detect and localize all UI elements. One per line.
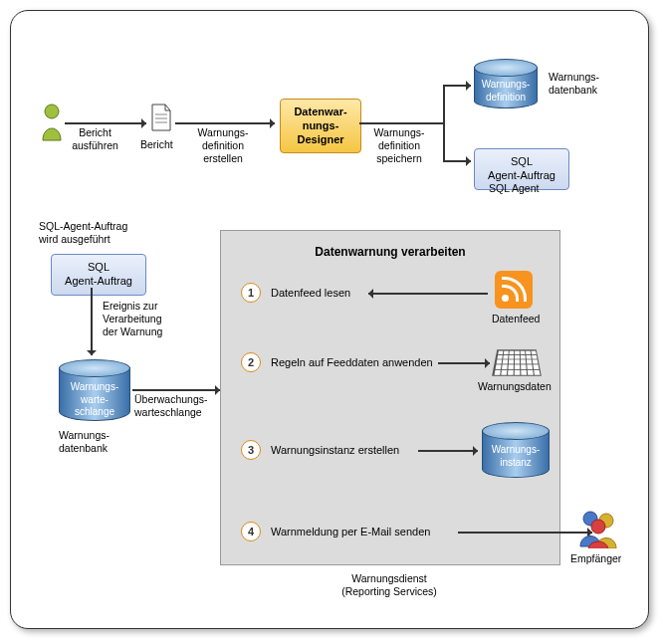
recipients-icon xyxy=(576,509,620,552)
step-2: 2 Regeln auf Feeddaten anwenden xyxy=(241,352,433,372)
save-def-label: Warnungs-definitionspeichern xyxy=(364,126,434,165)
job-runs-label: SQL-Agent-Auftragwird ausgeführt xyxy=(39,220,148,246)
svg-point-0 xyxy=(45,105,59,118)
arrow-to-agent xyxy=(443,160,471,162)
instance-label: Warnungs-instanz xyxy=(482,444,550,469)
alert-data-label: Warnungsdaten xyxy=(478,380,552,393)
run-report-label: Berichtausführen xyxy=(68,126,122,152)
step-4-label: Warnmeldung per E-Mail senden xyxy=(271,526,430,537)
arrow-report-designer xyxy=(175,122,275,124)
arrow-designer-out xyxy=(359,122,444,124)
arrow-queue-panel xyxy=(132,389,220,391)
diagram-canvas: Berichtausführen Bericht Warnungs-defini… xyxy=(10,10,649,629)
process-panel: Datenwarnung verarbeiten 1 Datenfeed les… xyxy=(220,230,560,565)
alert-def-db: Warnungs-definition xyxy=(474,59,538,108)
instance-db: Warnungs-instanz xyxy=(482,422,550,478)
service-label: Warnungsdienst(Reporting Services) xyxy=(305,572,474,598)
arrow-to-alertdef xyxy=(443,85,471,87)
agent-job-label-top: SQLAgent-Auftrag xyxy=(488,155,555,181)
report-icon xyxy=(150,103,172,136)
alert-db-label: Warnungs-datenbank xyxy=(549,71,613,97)
user-icon xyxy=(39,103,65,146)
step-2-label: Regeln auf Feeddaten anwenden xyxy=(271,356,433,368)
arrow-s2 xyxy=(438,362,490,364)
event-label: Ereignis zurVerarbeitungder Warnung xyxy=(103,300,187,338)
step-1: 1 Datenfeed lesen xyxy=(241,283,350,303)
step-3-label: Warnungsinstanz erstellen xyxy=(271,444,399,456)
designer-box: Datenwar-nungs-Designer xyxy=(280,99,361,153)
panel-title: Datenwarnung verarbeiten xyxy=(221,245,559,259)
alert-db-label-left: Warnungs-datenbank xyxy=(59,429,128,455)
designer-label: Datenwar-nungs-Designer xyxy=(294,106,346,145)
agent-job-box-left: SQLAgent-Auftrag xyxy=(51,254,146,296)
arrow-job-to-queue xyxy=(91,288,93,355)
agent-job-label-left: SQLAgent-Auftrag xyxy=(65,261,132,287)
queue-db: Warnungs-warte-schlange xyxy=(59,359,130,421)
rss-icon xyxy=(495,271,533,309)
svg-point-6 xyxy=(591,520,605,534)
step-2-num: 2 xyxy=(241,352,261,372)
step-1-num: 1 xyxy=(241,283,261,303)
arrow-s1 xyxy=(368,293,488,295)
report-label: Bericht xyxy=(140,138,173,151)
arrow-user-report xyxy=(65,122,146,124)
step-1-label: Datenfeed lesen xyxy=(271,287,350,299)
grid-icon xyxy=(495,345,539,377)
arrow-s4 xyxy=(458,532,592,534)
arrow-s3 xyxy=(418,450,478,452)
datafeed-label: Datenfeed xyxy=(492,313,540,325)
sql-agent-label: SQL Agent xyxy=(489,182,539,195)
queue-label: Warnungs-warte-schlange xyxy=(59,381,130,419)
recipients-label: Empfänger xyxy=(570,552,621,565)
step-3-num: 3 xyxy=(241,440,261,460)
mon-queue-label: Überwachungs-warteschlange xyxy=(134,393,224,419)
step-4: 4 Warnmeldung per E-Mail senden xyxy=(241,522,430,541)
create-def-label: Warnungs-definitionerstellen xyxy=(188,126,258,165)
step-3: 3 Warnungsinstanz erstellen xyxy=(241,440,399,460)
alert-def-label: Warnungs-definition xyxy=(474,79,538,104)
step-4-num: 4 xyxy=(241,522,261,541)
branch-vert xyxy=(443,85,445,160)
